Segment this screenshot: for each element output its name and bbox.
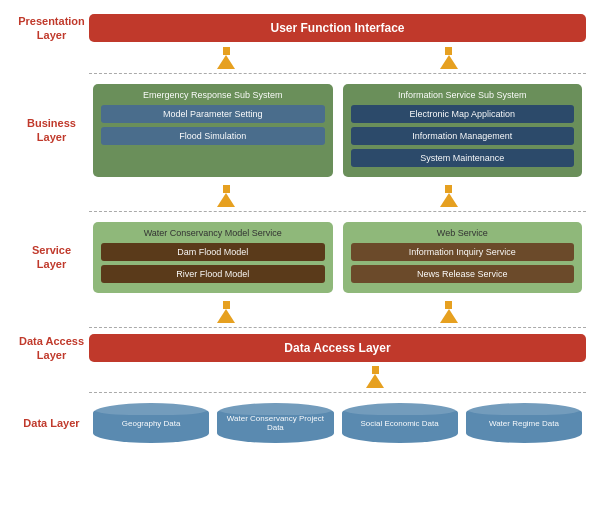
arrow-right [440, 47, 458, 71]
divider-1 [89, 73, 586, 74]
arrow-head-7 [366, 374, 384, 388]
arrow-head [217, 55, 235, 69]
web-service-title: Web Service [351, 228, 575, 238]
dal-layer-content: Data Access Layer [89, 334, 586, 362]
business-content: Emergency Response Sub System Model Para… [89, 78, 586, 183]
divider-2 [89, 211, 586, 212]
arrows-service-to-dal [10, 301, 590, 325]
emergency-response-subsystem: Emergency Response Sub System Model Para… [93, 84, 333, 177]
arrow-left-3 [217, 301, 235, 325]
model-parameter-module: Model Parameter Setting [101, 105, 325, 123]
arrows-inner [85, 47, 590, 71]
arrow-left-2 [217, 185, 235, 209]
social-economic-cylinder: Social Economic Data [342, 403, 458, 443]
presentation-layer-label: PresentationLayer [14, 12, 89, 45]
dal-layer-row: Data AccessLayer Data Access Layer [10, 330, 590, 367]
arrow-shaft-6 [445, 301, 452, 309]
arrow-head-3 [217, 193, 235, 207]
arrow-head-4 [440, 193, 458, 207]
arrow-right-2 [440, 185, 458, 209]
user-function-interface-box: User Function Interface [89, 14, 586, 42]
arrow-head-6 [440, 309, 458, 323]
arrow-shaft-2 [445, 47, 452, 55]
arrows-dal-to-data [10, 366, 590, 390]
water-regime-text: Water Regime Data [489, 419, 559, 428]
business-layer-label: Business Layer [14, 114, 89, 147]
arrow-head-5 [217, 309, 235, 323]
river-flood-model: River Flood Model [101, 265, 325, 283]
business-layer-content: Emergency Response Sub System Model Para… [89, 78, 586, 183]
water-conservancy-service-box: Water Conservancy Model Service Dam Floo… [93, 222, 333, 293]
divider-4 [89, 392, 586, 393]
arrow-head-2 [440, 55, 458, 69]
arrow-shaft-7 [372, 366, 379, 374]
arrows-business-to-service [10, 185, 590, 209]
water-project-text: Water Conservancy Project Data [223, 414, 327, 432]
geography-data-cylinder: Geography Data [93, 403, 209, 443]
data-access-box: Data Access Layer [89, 334, 586, 362]
arrows-inner-2 [85, 185, 590, 209]
presentation-layer-content: User Function Interface [89, 14, 586, 42]
presentation-box-text: User Function Interface [270, 21, 404, 35]
dam-flood-model: Dam Flood Model [101, 243, 325, 261]
arrow-shaft-4 [445, 185, 452, 193]
service-content: Water Conservancy Model Service Dam Floo… [89, 216, 586, 299]
information-service-subsystem: Information Service Sub System Electroni… [343, 84, 583, 177]
arrow-shaft [223, 47, 230, 55]
data-layer-row: Data Layer Geography Data Water Conserva… [10, 395, 590, 451]
data-layer-content: Geography Data Water Conservancy Project… [89, 397, 586, 449]
geography-data-text: Geography Data [122, 419, 181, 428]
social-economic-text: Social Economic Data [360, 419, 438, 428]
dal-layer-label: Data AccessLayer [14, 332, 89, 365]
arrow-left [217, 47, 235, 71]
data-cylinders: Geography Data Water Conservancy Project… [89, 397, 586, 449]
water-conservancy-project-cylinder: Water Conservancy Project Data [217, 403, 333, 443]
arrow-right-3 [440, 301, 458, 325]
arrows-pres-to-business [10, 47, 590, 71]
news-release-service: News Release Service [351, 265, 575, 283]
web-service-box: Web Service Information Inquiry Service … [343, 222, 583, 293]
business-layer-row: Business Layer Emergency Response Sub Sy… [10, 76, 590, 185]
service-layer-label: Service Layer [14, 241, 89, 274]
dal-box-text: Data Access Layer [284, 341, 390, 355]
service-layer-row: Service Layer Water Conservancy Model Se… [10, 214, 590, 301]
diagram-container: PresentationLayer User Function Interfac… [0, 0, 600, 518]
water-service-title: Water Conservancy Model Service [101, 228, 325, 238]
arrows-inner-3 [85, 301, 590, 325]
water-regime-cylinder: Water Regime Data [466, 403, 582, 443]
arrow-center [366, 366, 384, 390]
info-inquiry-service: Information Inquiry Service [351, 243, 575, 261]
arrow-shaft-3 [223, 185, 230, 193]
emergency-subsystem-title: Emergency Response Sub System [101, 90, 325, 100]
info-management-module: Information Management [351, 127, 575, 145]
arrow-shaft-5 [223, 301, 230, 309]
flood-simulation-module: Flood Simulation [101, 127, 325, 145]
info-subsystem-title: Information Service Sub System [351, 90, 575, 100]
electronic-map-module: Electronic Map Application [351, 105, 575, 123]
system-maintenance-module: System Maintenance [351, 149, 575, 167]
divider-3 [89, 327, 586, 328]
service-layer-content: Water Conservancy Model Service Dam Floo… [89, 216, 586, 299]
data-layer-label: Data Layer [14, 414, 89, 432]
presentation-layer-row: PresentationLayer User Function Interfac… [10, 8, 590, 47]
